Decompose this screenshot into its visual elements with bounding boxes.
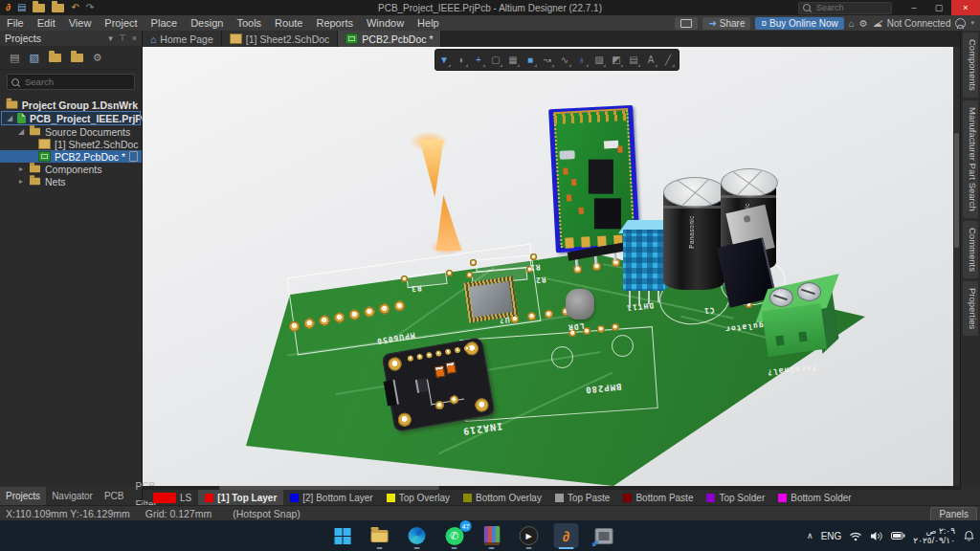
menu-route[interactable]: Route <box>268 15 309 31</box>
whatsapp-icon[interactable]: ✆47 <box>442 523 467 548</box>
tree-item-pcbdoc[interactable]: PCB2.PcbDoc * <box>0 150 142 163</box>
tree-item-project[interactable]: ◢ PCB_Project_IEEE.PrjPcb <box>2 112 140 124</box>
viewport-vertical-scrollbar[interactable] <box>953 47 960 486</box>
scrollbar-thumb[interactable] <box>219 486 439 490</box>
redo-icon[interactable]: ↷ <box>86 3 94 12</box>
language-indicator[interactable]: ENG <box>821 531 842 541</box>
panel-grid-icon[interactable]: ▤ <box>625 51 642 69</box>
tree-item-schdoc[interactable]: [1] Sheet2.SchDoc <box>0 138 142 150</box>
pad-icon[interactable]: ▦ <box>504 51 522 69</box>
menu-tools[interactable]: Tools <box>230 15 268 31</box>
save-icon[interactable]: ▤ <box>17 3 26 12</box>
project-list-icon[interactable]: ▤ <box>10 52 19 64</box>
media-player-icon[interactable]: ▶ <box>517 523 542 548</box>
notification-bell-icon[interactable] <box>963 530 975 542</box>
tab-components[interactable]: Components <box>963 33 978 98</box>
projects-search-box[interactable] <box>7 74 135 90</box>
route-icon[interactable]: ↝ <box>539 51 556 69</box>
volume-icon[interactable] <box>870 531 883 541</box>
layer-tab-bottom-paste[interactable]: Bottom Paste <box>616 490 700 505</box>
collapse-arrow-icon[interactable]: ▸ <box>17 177 25 186</box>
altium-designer-taskbar-icon[interactable]: ∂ <box>554 523 579 548</box>
panels-button[interactable]: Panels <box>930 507 977 521</box>
magnet-snap-icon[interactable]: ◗ <box>453 51 470 69</box>
folder-settings-icon[interactable] <box>71 54 83 62</box>
tree-item-components[interactable]: ▸ Components <box>0 163 142 175</box>
led-body-top[interactable] <box>418 140 445 197</box>
connection-status[interactable]: Not Connected <box>887 18 951 29</box>
tree-item-source-documents[interactable]: ◢ Source Documents <box>0 125 142 138</box>
polygon-icon[interactable]: ◩ <box>608 51 625 69</box>
panel-dropdown-icon[interactable]: ▾ <box>108 33 113 43</box>
scrollbar-thumb[interactable] <box>954 133 959 248</box>
projects-search-input[interactable] <box>23 76 122 88</box>
close-button[interactable]: × <box>951 0 980 15</box>
layer-tab-bottom-overlay[interactable]: Bottom Overlay <box>457 490 548 505</box>
panel-tab-pcb[interactable]: PCB <box>99 487 130 505</box>
line-icon[interactable]: ╱ <box>659 51 677 69</box>
user-account-icon[interactable] <box>955 18 966 29</box>
menu-project[interactable]: Project <box>98 15 144 31</box>
home-icon[interactable]: ⌂ <box>849 18 855 29</box>
file-explorer-icon[interactable] <box>368 523 392 548</box>
layer-tab-top-solder[interactable]: Top Solder <box>700 490 771 505</box>
expand-arrow-icon[interactable]: ◢ <box>6 114 13 122</box>
tab-pcbdoc[interactable]: PCB2.PcbDoc * <box>338 31 441 47</box>
fill-icon[interactable]: ■ <box>522 51 539 69</box>
panel-close-icon[interactable]: × <box>132 33 137 43</box>
open-folder-icon[interactable] <box>49 54 61 62</box>
buy-online-button[interactable]: ¤Buy Online Now <box>755 17 843 30</box>
layer-tab-bottom-layer[interactable]: [2] Bottom Layer <box>283 490 379 505</box>
undo-icon[interactable]: ↶ <box>71 3 78 12</box>
collapse-arrow-icon[interactable]: ▸ <box>17 165 25 173</box>
user-dropdown-chevron-icon[interactable]: ▾ <box>970 19 974 27</box>
settings-gear-icon[interactable]: ⚙ <box>859 18 868 29</box>
panel-tab-projects[interactable]: Projects <box>0 487 46 505</box>
share-button[interactable]: ➜Share <box>702 17 750 30</box>
tab-properties[interactable]: Properties <box>963 281 978 336</box>
open-project-icon[interactable] <box>52 4 64 12</box>
save-project-icon[interactable]: ▧ <box>29 52 38 64</box>
pcb-3d-viewport[interactable]: ▼ ◗ + ▢ ▦ ■ ↝ ∿ ♁ ▨ ◩ ▤ A ╱ <box>143 47 960 486</box>
expand-arrow-icon[interactable]: ◢ <box>17 127 25 136</box>
pcb-tool-icon[interactable] <box>591 523 616 548</box>
tab-home-page[interactable]: ⌂ Home Page <box>143 31 222 47</box>
menu-view[interactable]: View <box>62 15 99 31</box>
panel-tab-navigator[interactable]: Navigator <box>46 487 99 505</box>
text-string-icon[interactable]: A <box>642 51 659 69</box>
global-search-box[interactable] <box>798 2 892 14</box>
wifi-icon[interactable] <box>849 531 862 541</box>
start-button[interactable] <box>330 523 355 548</box>
layer-stack-icon[interactable]: ▨ <box>590 51 608 69</box>
tab-manufacturer-part-search[interactable]: Manufacturer Part Search <box>963 100 978 218</box>
open-folder-icon[interactable] <box>33 4 45 12</box>
via-icon[interactable]: ♁ <box>573 51 590 69</box>
tab-comments[interactable]: Comments <box>963 221 978 278</box>
tree-item-nets[interactable]: ▸ Nets <box>0 175 142 187</box>
arc-icon[interactable]: ∿ <box>556 51 573 69</box>
move-icon[interactable]: + <box>470 51 487 69</box>
select-area-icon[interactable]: ▢ <box>487 51 504 69</box>
layer-tab-bottom-solder[interactable]: Bottom Solder <box>771 490 858 505</box>
comment-button[interactable] <box>675 17 698 30</box>
panel-pin-icon[interactable]: ⊤ <box>119 33 126 43</box>
ldr-sensor[interactable] <box>566 289 594 320</box>
menu-window[interactable]: Window <box>360 15 411 31</box>
tree-item-workspace[interactable]: Project Group 1.DsnWrk <box>0 99 142 111</box>
capacitor-c1[interactable]: Panasonic <box>663 177 724 301</box>
layer-tab-ls[interactable]: LS <box>146 490 198 505</box>
global-search-input[interactable] <box>814 2 885 13</box>
menu-place[interactable]: Place <box>145 15 185 31</box>
dht11-sensor[interactable] <box>623 230 665 291</box>
battery-icon[interactable] <box>891 531 905 540</box>
layer-tab-top-overlay[interactable]: Top Overlay <box>380 490 457 505</box>
menu-edit[interactable]: Edit <box>31 15 62 31</box>
taskbar-clock[interactable]: ٢:٠٩ ص ٢٠٢٥/٠٩/١٠ <box>913 526 955 546</box>
layer-tab-top-layer[interactable]: [1] Top Layer <box>198 490 283 505</box>
terminal-block[interactable] <box>762 303 827 357</box>
filter-icon[interactable]: ▼ <box>435 51 453 69</box>
qfp-ic-u7[interactable] <box>463 276 518 323</box>
tray-overflow-chevron-icon[interactable]: ∧ <box>807 531 813 540</box>
edge-browser-icon[interactable] <box>405 523 430 548</box>
panel-settings-gear-icon[interactable]: ⚙ <box>93 52 102 64</box>
